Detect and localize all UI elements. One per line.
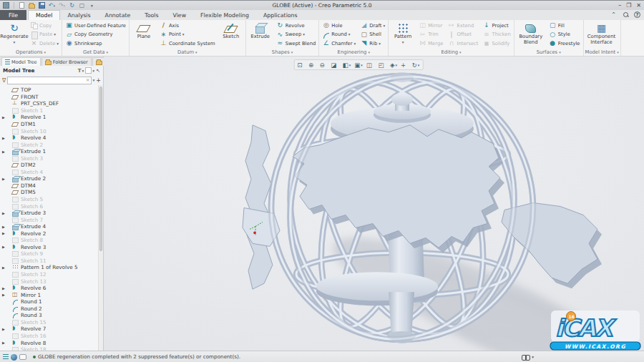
group-label-editing[interactable]: Editing▾ <box>390 48 512 56</box>
hole-button[interactable]: Hole <box>321 21 357 30</box>
group-label-shapes[interactable]: Shapes▾ <box>248 48 318 56</box>
tab-view[interactable]: View <box>166 10 194 20</box>
expand-arrow-icon[interactable]: ▶ <box>2 115 5 119</box>
repaint-button[interactable]: ◪▾ <box>329 61 341 69</box>
copy-button[interactable]: Copy <box>29 21 60 30</box>
tree-item[interactable]: ▶ Sketch 10 <box>0 127 103 134</box>
tree-item[interactable]: ▶ Revolve 8 <box>0 339 103 346</box>
group-label-operations[interactable]: Operations▾ <box>1 48 60 56</box>
user-defined-feature-button[interactable]: User-Defined Feature <box>64 21 127 30</box>
trim-button[interactable]: Trim <box>417 30 444 39</box>
tree-item[interactable]: ▶ PRT_CSYS_DEF <box>0 100 103 107</box>
draft-button[interactable]: Draft▾ <box>358 21 386 30</box>
sketch-button[interactable]: Sketch <box>218 21 244 48</box>
freestyle-button[interactable]: Freestyle <box>547 39 582 48</box>
app-icon[interactable] <box>2 1 10 9</box>
tab-file[interactable]: File <box>0 10 26 20</box>
annotations-button[interactable]: ◈▾ <box>389 61 399 69</box>
tree-scrollbar[interactable] <box>98 85 103 351</box>
tab-model[interactable]: Model <box>28 10 60 20</box>
tree-scrollbar-thumb[interactable] <box>99 87 102 251</box>
tree-item[interactable]: ▶ Sketch 15 <box>0 319 103 326</box>
restore-button[interactable]: ❐ <box>626 1 631 9</box>
expand-arrow-icon[interactable]: ▶ <box>2 293 5 297</box>
toggle-model-tree-icon[interactable] <box>3 354 9 361</box>
spin-center-button[interactable]: +▾ <box>399 61 410 69</box>
extrude-button[interactable]: Extrude <box>248 21 273 48</box>
boundary-blend-button[interactable]: Boundary Blend <box>516 21 546 48</box>
regenerate-button[interactable]: Regenerate ▾ <box>1 21 27 48</box>
offset-button[interactable]: Offset <box>446 30 479 39</box>
tree-item[interactable]: ▶ Extrude 3 <box>0 210 103 217</box>
tree-item[interactable]: ▶ Mirror 1 <box>0 291 103 298</box>
tree-item[interactable]: ▶ Sketch 1 <box>0 107 103 114</box>
add-filter-button[interactable]: + <box>96 77 101 84</box>
tree-item[interactable]: ▶ Extrude 2 <box>0 175 103 182</box>
fill-button[interactable]: Fill <box>547 21 582 30</box>
expand-arrow-icon[interactable]: ▶ <box>2 245 5 249</box>
toggle-browser-icon[interactable] <box>11 354 17 361</box>
shell-button[interactable]: Shell <box>358 30 386 39</box>
tree-item[interactable]: ▶ Revolve 3 <box>0 244 103 251</box>
graphics-area[interactable]: ⊡▾ ⊕▾ ⊖▾ ◪▾ ◧▾ ▣▾ ◫▾ ◰▾ ◈▾ +▾ <box>104 57 644 351</box>
save-button[interactable] <box>38 1 46 9</box>
copy-geometry-button[interactable]: Copy Geometry <box>64 30 127 39</box>
tree-item[interactable]: ▶ DTM5 <box>0 189 103 196</box>
find-icon[interactable] <box>522 353 530 360</box>
group-label-datum[interactable]: Datum▾ <box>131 48 244 56</box>
saved-orientations-button[interactable]: ▣▾ <box>353 61 364 69</box>
revolve-button[interactable]: Revolve <box>275 21 318 30</box>
tree-item[interactable]: ▶ Round 1 <box>0 298 103 305</box>
close-window-button[interactable]: ▢ <box>78 1 86 9</box>
solidify-button[interactable]: Solidify <box>482 39 512 48</box>
swept-blend-button[interactable]: Swept Blend <box>275 39 318 48</box>
regenerate-quick-button[interactable]: ↻ <box>68 1 76 9</box>
plane-button[interactable]: Plane <box>131 21 157 48</box>
tree-item[interactable]: ▶ Sketch 5 <box>0 196 103 203</box>
3d-dragger-button[interactable]: ↻▾ <box>411 61 421 69</box>
close-button[interactable]: ✕ <box>636 1 641 9</box>
tree-item[interactable]: ▶ Revolve 4 <box>0 134 103 142</box>
pattern-button[interactable]: Pattern ▾ <box>390 21 416 48</box>
tree-item[interactable]: ▶ Sketch 11 <box>0 258 103 265</box>
extend-button[interactable]: Extend <box>446 21 479 30</box>
open-file-button[interactable] <box>28 1 36 9</box>
refit-button[interactable]: ⊡▾ <box>296 61 306 69</box>
thicken-button[interactable]: Thicken <box>482 30 512 39</box>
intersect-button[interactable]: Intersect <box>446 39 479 48</box>
tree-item[interactable]: ▶ Sketch 4 <box>0 169 103 176</box>
tab-applications[interactable]: Applications <box>256 10 305 20</box>
tree-item[interactable]: ▶ Sketch 3 <box>0 155 103 162</box>
display-style-button[interactable]: ◧▾ <box>341 61 353 69</box>
group-label-get-data[interactable]: Get Data▾ <box>64 48 127 56</box>
expand-arrow-icon[interactable]: ▶ <box>2 231 5 235</box>
expand-arrow-icon[interactable]: ▶ <box>2 286 5 290</box>
perspective-button[interactable]: ◰▾ <box>376 61 388 69</box>
tab-analysis[interactable]: Analysis <box>60 10 97 20</box>
collapse-ribbon-icon[interactable]: ⌃ <box>610 11 618 19</box>
toggle-panel-icon[interactable] <box>19 354 26 360</box>
expand-arrow-icon[interactable]: ▶ <box>2 225 5 229</box>
tree-columns-icon[interactable]: ▾ <box>85 67 94 74</box>
tree-item[interactable]: ▶ Extrude 1 <box>0 148 103 155</box>
component-interface-button[interactable]: Component Interface <box>585 21 618 48</box>
expand-arrow-icon[interactable]: ▶ <box>2 327 5 331</box>
group-label-model-intent[interactable]: Model Intent▾ <box>585 48 619 56</box>
round-button[interactable]: Round▾ <box>321 30 357 39</box>
new-file-button[interactable] <box>18 1 26 9</box>
merge-button[interactable]: Merge <box>417 39 444 48</box>
search-options-arrow[interactable]: ▾ <box>93 78 95 82</box>
redo-button[interactable]: ↷▾ <box>58 1 66 9</box>
tree-item[interactable]: ▶ Revolve 2 <box>0 230 103 237</box>
tree-item[interactable]: ▶ Round 2 <box>0 305 103 313</box>
tab-annotate[interactable]: Annotate <box>98 10 138 20</box>
tab-flexible-modeling[interactable]: Flexible Modeling <box>193 10 256 20</box>
tree-item[interactable]: ▶ Sketch 7 <box>0 216 103 223</box>
paste-button[interactable]: Paste▾ <box>29 30 60 39</box>
tree-filters-icon[interactable]: T▾ <box>78 68 84 74</box>
expand-arrow-icon[interactable]: ▶ <box>2 265 5 270</box>
zoom-out-button[interactable]: ⊖▾ <box>318 61 329 69</box>
expand-arrow-icon[interactable]: ▶ <box>2 211 5 215</box>
tab-folder-browser[interactable]: Folder Browser <box>42 57 92 66</box>
tree-item[interactable]: ▶ DTM1 <box>0 121 103 128</box>
